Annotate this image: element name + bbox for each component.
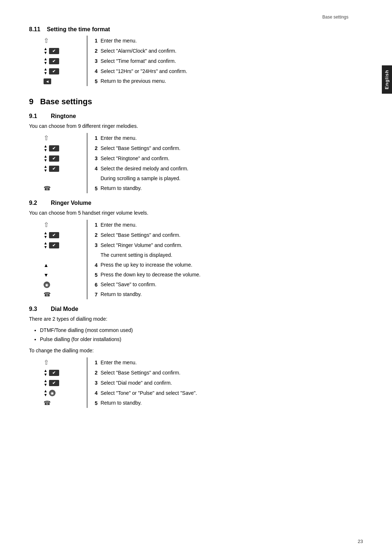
step-row: ▲▼ ✔ 3 Select "Dial mode" and confirm. (44, 378, 197, 388)
step-sep (87, 368, 92, 378)
step-row: ▲▼ ✔ 4 Select "12Hrs" or "24Hrs" and con… (44, 66, 187, 76)
nav-confirm-icon: ▲▼ ✔ (44, 369, 83, 377)
step-row: ▼ 5 Press the down key to decrease the v… (44, 270, 200, 280)
step-num: 3 (92, 153, 101, 163)
step-sep (87, 36, 92, 46)
subsection-9-2: 9.2Ringer Volume You can choose from 5 h… (29, 200, 363, 299)
step-num: 5 (92, 76, 101, 86)
step-text: Return to standby. (101, 289, 200, 299)
nav-confirm-icon: ▲▼ ✔ (44, 379, 83, 387)
step-num: 1 (92, 133, 101, 143)
language-tab: English (382, 65, 392, 94)
phone-icon: ☎ (44, 291, 51, 297)
steps-table-9-1: ⇧ 1 Enter the menu. ▲▼ ✔ 2 (44, 133, 189, 193)
step-text: Enter the menu. (101, 357, 197, 368)
step-icon-nav-confirm: ▲▼ ✔ (44, 378, 87, 388)
step-num: 7 (92, 289, 101, 299)
section-9-title: Base settings (40, 97, 92, 106)
section-9-heading: 9 Base settings (29, 97, 363, 106)
phone-icon: ☎ (44, 185, 51, 191)
step-icon-nav-confirm: ▲▼ ✔ (44, 163, 87, 174)
step-row: ▲▼ ✔ 2 Select "Base Settings" and confir… (44, 368, 197, 378)
step-row: ⇧ 1 Enter the menu. (44, 357, 197, 368)
step-icon-nav-confirm: ▲▼ ✔ (44, 368, 87, 378)
step-icon-back: ◄ (44, 76, 87, 86)
step-row: ☎ 5 Return to standby. (44, 183, 188, 193)
step-row: ▲ 4 Press the up key to increase the vol… (44, 260, 200, 270)
step-num: 3 (92, 240, 101, 250)
step-row: ▲▼ ✔ 3 Select "Time format" and confirm. (44, 56, 187, 66)
step-row: ◉ 6 Select "Save" to confirm. (44, 280, 200, 289)
step-icon-menu: ⇧ (44, 133, 87, 143)
step-row: ▲▼ ✔ 2 Select "Alarm/Clock" and confirm. (44, 46, 187, 56)
step-icon-nav-confirm: ▲▼ ✔ (44, 46, 87, 56)
nav-confirm-icon: ▲▼ ✔ (44, 154, 83, 162)
nav-confirm-icon: ▲▼ ✔ (44, 57, 83, 65)
step-text: Select "Base Settings" and confirm. (101, 143, 188, 153)
bullet-item: DTMF/Tone dialling (most common used) (40, 326, 363, 335)
step-num: 4 (92, 163, 101, 174)
step-text: Select "Ringer Volume" and confirm. (101, 240, 200, 250)
step-sep (87, 56, 92, 66)
step-sep (87, 260, 92, 270)
subsection-title-9-1: Ringtone (51, 113, 76, 119)
step-text: Select the desired melody and confirm. (101, 163, 188, 174)
save-icon: ◉ (44, 281, 50, 288)
step-row: ⇧ 1 Enter the menu. (44, 220, 200, 230)
step-sep (87, 143, 92, 153)
step-icon-phone: ☎ (44, 183, 87, 193)
subsection-desc-9-3: There are 2 types of dialling mode: (29, 315, 363, 323)
bullet-list-9-3: DTMF/Tone dialling (most common used) Pu… (36, 326, 363, 344)
section-9: 9 Base settings 9.1Ringtone You can choo… (29, 97, 363, 408)
step-text: Select "Save" to confirm. (101, 280, 200, 289)
step-text: Enter the menu. (101, 220, 200, 230)
step-row: ☎ 5 Return to standby. (44, 398, 197, 408)
nav-confirm-icon: ▲▼ ✔ (44, 144, 83, 152)
step-num: 3 (92, 56, 101, 66)
step-num: 2 (92, 230, 101, 240)
step-icon-phone: ☎ (44, 289, 87, 299)
arrow-down-icon: ▼ (44, 272, 49, 278)
step-text-note: The current setting is displayed. (101, 250, 200, 260)
step-sep (87, 183, 92, 193)
step-sep (87, 133, 92, 143)
subsection-desc-9-1: You can choose from 9 different ringer m… (29, 122, 363, 130)
section-9-num: 9 (29, 97, 33, 106)
step-row: ☎ 7 Return to standby. (44, 289, 200, 299)
step-num: 1 (92, 36, 101, 46)
step-num: 4 (92, 66, 101, 76)
step-num: 6 (92, 280, 101, 289)
subsection-desc-9-2: You can choose from 5 handset ringer vol… (29, 209, 363, 217)
save-icon: ◉ (49, 390, 56, 396)
step-text: Return to the previous menu. (101, 76, 187, 86)
back-icon: ◄ (44, 78, 51, 84)
step-num: 1 (92, 357, 101, 368)
step-sep (87, 280, 92, 289)
subsection-title-8-11: Setting the time format (47, 26, 110, 32)
step-text: Select "Alarm/Clock" and confirm. (101, 46, 187, 56)
subsection-heading-9-1: 9.1Ringtone (29, 113, 363, 119)
step-icon-nav-confirm: ▲▼ ✔ (44, 143, 87, 153)
subsection-num-8-11: 8.11 (29, 26, 40, 32)
subsection-heading-8-11: 8.11 Setting the time format (29, 26, 363, 33)
step-sep (87, 398, 92, 408)
step-sep (87, 46, 92, 56)
menu-icon: ⇧ (44, 359, 49, 366)
step-text: Select "Time format" and confirm. (101, 56, 187, 66)
nav-save-icon: ▲▼ ◉ (44, 389, 83, 397)
subsection-title-9-3: Dial Mode (51, 306, 78, 312)
subsection-9-1: 9.1Ringtone You can choose from 9 differ… (29, 113, 363, 193)
step-text: Select "Dial mode" and confirm. (101, 378, 197, 388)
steps-table-9-2: ⇧ 1 Enter the menu. ▲▼ ✔ 2 (44, 220, 201, 299)
step-num: 5 (92, 398, 101, 408)
step-row: ▲▼ ✔ 4 Select the desired melody and con… (44, 163, 188, 174)
step-row-note: The current setting is displayed. (44, 250, 200, 260)
step-sep (87, 270, 92, 280)
step-icon-arrow-down: ▼ (44, 270, 87, 280)
step-num: 2 (92, 46, 101, 56)
phone-icon: ☎ (44, 400, 51, 406)
subsection-num-9-3: 9.3 (29, 306, 44, 312)
menu-icon: ⇧ (44, 221, 49, 228)
step-num: 2 (92, 368, 101, 378)
subsection-desc2-9-3: To change the dialling mode: (29, 347, 363, 355)
